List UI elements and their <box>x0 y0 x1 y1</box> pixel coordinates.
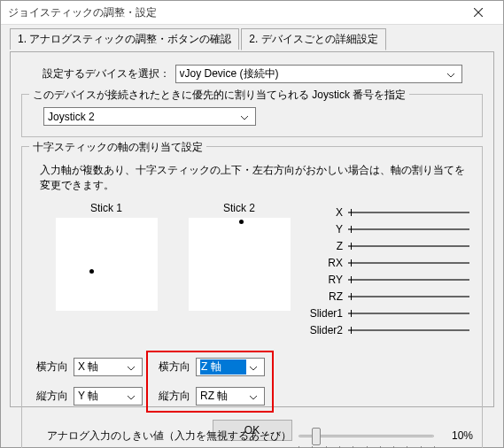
window-title: ジョイスティックの調整・設定 <box>8 5 461 20</box>
joystick-number-value: Joystick 2 <box>48 111 237 123</box>
stick2-vertical-label: 縦方向 <box>155 389 196 404</box>
tab-label: 1. アナログスティックの調整・ボタンの確認 <box>18 33 231 45</box>
axis-row-x: X <box>306 204 473 220</box>
axis-label: Z <box>306 240 348 252</box>
threshold-label: アナログ入力のしきい値（入力を無視するあそび） <box>47 429 291 444</box>
stick1-horizontal-row: 横方向 X 軸 <box>33 358 143 376</box>
select-value: X 軸 <box>78 359 124 375</box>
stick1-vertical-row: 縦方向 Y 軸 <box>33 387 143 406</box>
stick1-horizontal-label: 横方向 <box>33 359 74 375</box>
stick2-column: Stick 2 <box>173 202 306 338</box>
joystick-number-select[interactable]: Joystick 2 <box>43 107 256 126</box>
axis-mapping-description: 入力軸が複数あり、十字スティックの上下・左右方向がおかしい場合は、軸の割り当てを… <box>40 163 469 193</box>
close-button[interactable] <box>461 1 496 24</box>
tab-device-details[interactable]: 2. デバイスごとの詳細設定 <box>241 28 385 50</box>
axis-label: X <box>306 206 348 219</box>
axis-label: Slider1 <box>306 307 348 320</box>
joystick-number-group: このデバイスが接続されたときに優先的に割り当てられる Joystick 番号を指… <box>21 94 483 137</box>
axis-track-z <box>348 245 469 247</box>
axis-track-x <box>348 212 469 213</box>
axis-tick <box>351 259 352 266</box>
stick2-horizontal-label: 横方向 <box>155 359 196 375</box>
axis-row-slider2: Slider2 <box>306 321 473 338</box>
device-select-label: 設定するデバイスを選択： <box>43 66 170 81</box>
stick1-dot <box>89 269 94 274</box>
axis-track-ry <box>348 279 469 281</box>
chevron-down-icon <box>124 361 138 374</box>
axis-track-rx <box>348 262 469 264</box>
axes-column: X Y Z RX RY RZ Slider1 Slider2 <box>306 202 473 338</box>
tab-strip: 1. アナログスティックの調整・ボタンの確認 2. デバイスごとの詳細設定 <box>10 30 494 50</box>
axis-track-rz <box>348 296 469 297</box>
chevron-down-icon <box>246 390 260 403</box>
stick1-vertical-select[interactable]: Y 軸 <box>74 387 143 406</box>
dialog-window: ジョイスティックの調整・設定 1. アナログスティックの調整・ボタンの確認 2.… <box>0 0 504 448</box>
threshold-value: 10% <box>441 429 473 442</box>
axis-label: RZ <box>306 290 348 303</box>
axis-tick <box>351 226 352 233</box>
threshold-row: アナログ入力のしきい値（入力を無視するあそび） 10% <box>31 423 473 448</box>
direction-selects-row: 横方向 X 軸 縦方向 Y 軸 <box>31 351 473 413</box>
axis-row-slider1: Slider1 <box>306 305 473 321</box>
axis-label: Y <box>306 223 348 236</box>
stick2-horizontal-select[interactable]: Z 軸 <box>196 358 265 376</box>
slider-thumb[interactable] <box>312 428 321 445</box>
axis-tick <box>351 293 352 300</box>
axis-tick <box>351 276 352 283</box>
axis-tick <box>351 243 352 250</box>
threshold-slider[interactable] <box>299 423 434 448</box>
stick2-preview <box>189 218 291 311</box>
stick2-direction-highlight: 横方向 Z 軸 縦方向 RZ 軸 <box>146 351 274 413</box>
axis-tick <box>351 310 352 317</box>
axis-mapping-group-title: 十字スティックの軸の割り当て設定 <box>29 140 206 155</box>
chevron-down-icon <box>237 111 252 123</box>
dialog-body: 1. アナログスティックの調整・ボタンの確認 2. デバイスごとの詳細設定 設定… <box>1 25 503 411</box>
chevron-down-icon <box>124 390 138 403</box>
select-value: Z 軸 <box>200 359 246 375</box>
stick1-preview <box>56 218 158 311</box>
titlebar: ジョイスティックの調整・設定 <box>1 1 503 25</box>
axis-row-y: Y <box>306 220 473 237</box>
stick1-label: Stick 1 <box>40 202 173 214</box>
device-select[interactable]: vJoy Device (接続中) <box>175 65 462 83</box>
axis-label: Slider2 <box>306 324 348 336</box>
close-icon <box>474 8 483 17</box>
sticks-row: Stick 1 Stick 2 X Y Z <box>31 202 473 338</box>
stick1-direction-column: 横方向 X 軸 縦方向 Y 軸 <box>33 358 143 406</box>
joystick-number-group-title: このデバイスが接続されたときに優先的に割り当てられる Joystick 番号を指… <box>29 88 409 103</box>
stick2-direction-column: 横方向 Z 軸 縦方向 RZ 軸 <box>155 358 265 406</box>
stick2-vertical-select[interactable]: RZ 軸 <box>196 387 265 406</box>
chevron-down-icon <box>246 361 260 374</box>
axis-tick <box>351 327 352 334</box>
axis-label: RY <box>306 274 348 286</box>
stick1-column: Stick 1 <box>40 202 173 338</box>
stick1-horizontal-select[interactable]: X 軸 <box>74 358 143 376</box>
axis-track-slider2 <box>348 329 469 331</box>
stick2-label: Stick 2 <box>173 202 306 214</box>
chevron-down-icon <box>444 68 458 81</box>
axis-track-slider1 <box>348 313 469 314</box>
stick2-horizontal-row: 横方向 Z 軸 <box>155 358 265 376</box>
tab-label: 2. デバイスごとの詳細設定 <box>249 33 377 45</box>
device-select-value: vJoy Device (接続中) <box>180 66 444 81</box>
stick2-vertical-row: 縦方向 RZ 軸 <box>155 387 265 406</box>
stick1-vertical-label: 縦方向 <box>33 389 74 404</box>
axis-row-z: Z <box>306 237 473 254</box>
axis-track-y <box>348 228 469 230</box>
axis-row-ry: RY <box>306 271 473 288</box>
stick2-dot <box>239 220 244 224</box>
tab-analog-calibration[interactable]: 1. アナログスティックの調整・ボタンの確認 <box>10 28 239 50</box>
select-value: Y 軸 <box>78 389 124 404</box>
device-select-row: 設定するデバイスを選択： vJoy Device (接続中) <box>21 65 483 83</box>
axis-row-rx: RX <box>306 254 473 271</box>
select-value: RZ 軸 <box>200 389 246 404</box>
axis-label: RX <box>306 257 348 269</box>
axis-row-rz: RZ <box>306 288 473 305</box>
axis-mapping-group: 十字スティックの軸の割り当て設定 入力軸が複数あり、十字スティックの上下・左右方… <box>21 146 483 448</box>
tab-panel-device-details: 設定するデバイスを選択： vJoy Device (接続中) このデバイスが接続… <box>10 51 494 407</box>
axis-tick <box>351 209 352 216</box>
